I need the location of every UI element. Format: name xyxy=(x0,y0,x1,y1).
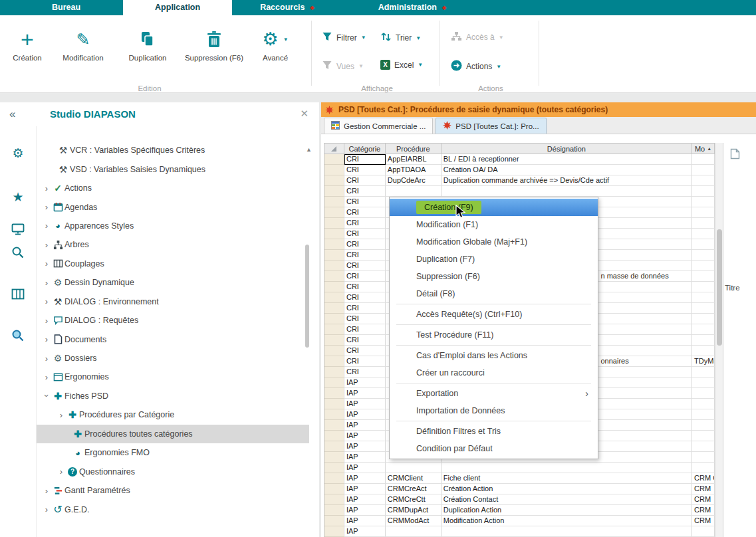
cell-mo[interactable]: TDyMu xyxy=(692,356,715,367)
cell-mo[interactable] xyxy=(692,229,715,239)
doc-tab-gestion-commerciale[interactable]: Gestion Commerciale ... xyxy=(324,118,433,134)
avance-button[interactable]: ⚙▼ Avancé xyxy=(251,25,299,62)
row-selector[interactable] xyxy=(324,388,344,399)
close-icon[interactable]: ✕ xyxy=(300,108,309,120)
doc-tab-psd[interactable]: PSD [Toutes Cat.]: Pro... xyxy=(436,118,546,134)
cell-mo[interactable] xyxy=(692,292,715,303)
cell-categorie[interactable]: CRI xyxy=(344,218,386,229)
cell-mo[interactable] xyxy=(692,388,715,399)
tree-item-dossiers[interactable]: ›⚙Dossiers xyxy=(37,349,309,368)
menu-item-modification-f1[interactable]: Modification (F1) xyxy=(390,216,598,233)
cell-mo[interactable] xyxy=(692,324,715,335)
cell-categorie[interactable]: CRI xyxy=(344,335,386,346)
cell-mo[interactable] xyxy=(692,463,715,473)
gear-icon[interactable]: ⚙ xyxy=(12,145,23,161)
grid-scrollbar-thumb[interactable] xyxy=(717,229,722,346)
cell-mo[interactable]: CRM xyxy=(692,494,715,505)
table-row[interactable]: CRI xyxy=(324,186,715,197)
duplication-button[interactable]: Duplication xyxy=(118,25,177,62)
cell-mo[interactable] xyxy=(692,175,715,186)
tree-item-couplages[interactable]: ›Couplages xyxy=(37,255,309,273)
cell-categorie[interactable]: IAP xyxy=(344,431,386,441)
row-selector[interactable] xyxy=(324,261,344,271)
cell-mo[interactable]: CRM xyxy=(692,484,715,494)
row-selector[interactable] xyxy=(324,367,344,377)
chevron-right-icon[interactable]: › xyxy=(42,354,51,364)
tree-item-proc-dures-toutes-cat-gories[interactable]: ✚Procédures toutes catégories xyxy=(37,425,309,443)
cell-procedure[interactable] xyxy=(386,186,441,197)
chevron-right-icon[interactable]: › xyxy=(57,410,66,420)
cell-mo[interactable] xyxy=(692,526,715,537)
cell-categorie[interactable]: CRI xyxy=(344,239,386,250)
menu-tab-bureau[interactable]: Bureau xyxy=(33,0,99,15)
menu-item-d-finition-filtres-et-tris[interactable]: Définition Filtres et Tris xyxy=(390,423,598,440)
cell-categorie[interactable]: CRI xyxy=(344,346,386,356)
menu-item-cas-d-emploi-dans-les-actions[interactable]: Cas d'Emploi dans les Actions xyxy=(390,347,598,364)
cell-procedure[interactable] xyxy=(386,463,441,473)
tree-item-dialog-requ-tes[interactable]: ›DIALOG : Requêtes xyxy=(37,311,309,330)
row-selector[interactable] xyxy=(324,165,344,175)
magnifier-blue-icon[interactable] xyxy=(11,328,25,344)
cell-categorie[interactable]: CRI xyxy=(344,165,386,175)
cell-mo[interactable] xyxy=(692,218,715,229)
cell-categorie[interactable]: CRI xyxy=(344,229,386,239)
row-selector[interactable] xyxy=(324,218,344,229)
cell-mo[interactable] xyxy=(692,314,715,324)
table-row[interactable]: CRIAppTDAOACréation OA/ DA xyxy=(324,165,715,175)
cell-designation[interactable]: Création OA/ DA xyxy=(441,165,692,175)
chevron-right-icon[interactable]: › xyxy=(42,372,51,382)
tree-item-documents[interactable]: ›Documents xyxy=(37,330,309,348)
acces-a-button[interactable]: Accès à▼ xyxy=(451,31,504,43)
menu-tab-application[interactable]: Application xyxy=(123,0,232,15)
table-row[interactable]: IAPCRMCreCttCréation ContactCRM xyxy=(324,494,715,505)
row-selector[interactable] xyxy=(324,271,344,282)
tree-item-fiches-psd[interactable]: ›✚Fiches PSD xyxy=(37,387,309,405)
cell-categorie[interactable]: CRI xyxy=(344,154,386,165)
cell-categorie[interactable]: IAP xyxy=(344,494,386,505)
row-selector[interactable] xyxy=(324,441,344,452)
row-selector[interactable] xyxy=(324,377,344,388)
tree-item-apparences-styles[interactable]: ›◕Apparences Styles xyxy=(37,217,309,235)
cell-mo[interactable] xyxy=(692,367,715,377)
tree-item-gantt-param-tr-s[interactable]: ›Gantt Paramétrés xyxy=(37,481,309,500)
cell-designation[interactable] xyxy=(441,526,692,537)
cell-mo[interactable] xyxy=(692,250,715,261)
cell-categorie[interactable]: IAP xyxy=(344,420,386,431)
cell-categorie[interactable]: IAP xyxy=(344,441,386,452)
cell-procedure[interactable]: AppEIARBL xyxy=(386,154,441,165)
table-row[interactable]: CRIDupCdeArcDuplication commande archivé… xyxy=(324,175,715,186)
cell-categorie[interactable]: IAP xyxy=(344,473,386,484)
cell-mo[interactable] xyxy=(692,282,715,292)
row-selector[interactable] xyxy=(324,494,344,505)
cell-mo[interactable] xyxy=(692,165,715,175)
chevron-right-icon[interactable]: › xyxy=(42,316,51,326)
grid-icon[interactable] xyxy=(11,286,25,302)
excel-button[interactable]: X Excel▼ xyxy=(380,60,423,70)
table-row[interactable]: IAPCRMModActModification ActionCRM xyxy=(324,516,715,526)
cell-categorie[interactable]: IAP xyxy=(344,526,386,537)
cell-categorie[interactable]: CRI xyxy=(344,261,386,271)
cell-categorie[interactable]: IAP xyxy=(344,388,386,399)
grid-scrollbar[interactable] xyxy=(715,143,723,537)
table-row[interactable]: IAPCRMClientFiche clientCRM C xyxy=(324,473,715,484)
table-row[interactable]: IAPCRMDupActDuplication ActionCRM xyxy=(324,505,715,516)
cell-mo[interactable] xyxy=(692,154,715,165)
row-selector[interactable] xyxy=(324,229,344,239)
cell-designation[interactable]: BL / EDI à receptionner xyxy=(441,154,692,165)
table-row[interactable]: IAP xyxy=(324,463,715,473)
cell-designation[interactable] xyxy=(441,463,692,473)
cell-procedure[interactable]: CRMClient xyxy=(386,473,441,484)
chevron-right-icon[interactable]: › xyxy=(57,467,66,477)
column-header-categorie[interactable]: Catégorie xyxy=(344,144,386,154)
cell-categorie[interactable]: IAP xyxy=(344,452,386,463)
cell-categorie[interactable]: CRI xyxy=(344,197,386,207)
chevron-right-icon[interactable]: › xyxy=(42,278,51,288)
cell-categorie[interactable]: IAP xyxy=(344,463,386,473)
cell-mo[interactable] xyxy=(692,346,715,356)
modification-button[interactable]: ✎ Modification xyxy=(52,25,114,62)
row-selector[interactable] xyxy=(324,463,344,473)
cell-designation[interactable]: Duplication Action xyxy=(441,505,692,516)
row-selector[interactable] xyxy=(324,356,344,367)
row-selector[interactable] xyxy=(324,154,344,165)
cell-categorie[interactable]: CRI xyxy=(344,282,386,292)
